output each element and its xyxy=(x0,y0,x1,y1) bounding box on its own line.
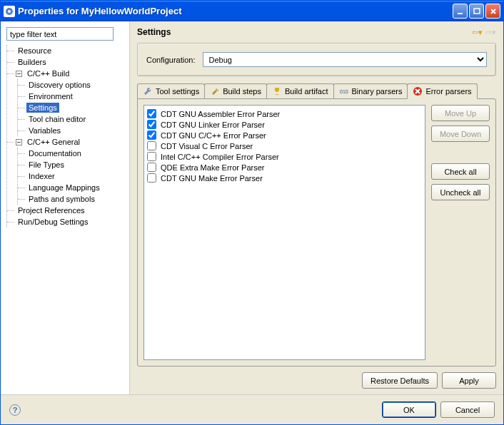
tree-label[interactable]: Tool chain editor xyxy=(26,114,88,124)
tree-item[interactable]: Language Mappings xyxy=(24,182,124,193)
tree-item[interactable]: Run/Debug Settings xyxy=(13,216,124,227)
forward-arrow-icon[interactable]: ⇨▾ xyxy=(485,28,496,37)
tree-label[interactable]: Resource xyxy=(16,46,54,56)
tree-label[interactable]: Variables xyxy=(26,126,63,135)
tree-item[interactable]: Settings xyxy=(24,102,124,113)
uncheck-all-button[interactable]: Uncheck all xyxy=(431,184,490,200)
error-icon xyxy=(413,86,423,96)
tree-item[interactable]: Paths and symbols xyxy=(24,193,124,205)
tree-label[interactable]: Run/Debug Settings xyxy=(16,217,90,227)
parser-checkbox[interactable] xyxy=(147,173,156,183)
window-title: Properties for MyHellowWorldProject xyxy=(18,6,453,16)
filter-input[interactable] xyxy=(6,27,114,41)
parser-item[interactable]: CDT Visual C Error Parser xyxy=(147,140,422,151)
tree-label[interactable]: Project References xyxy=(16,205,87,215)
parser-label: CDT GNU Assembler Error Parser xyxy=(161,110,280,118)
footer: ? OK Cancel xyxy=(1,394,503,424)
svg-rect-2 xyxy=(458,13,463,14)
parser-label: CDT GNU C/C++ Error Parser xyxy=(161,131,266,140)
tab-tool-settings[interactable]: Tool settings xyxy=(137,83,205,98)
tree-item[interactable]: Indexer xyxy=(24,170,124,182)
maximize-button[interactable] xyxy=(469,4,484,19)
parser-checkbox[interactable] xyxy=(147,109,156,118)
parser-checkbox[interactable] xyxy=(147,141,156,150)
parser-label: CDT GNU Make Error Parser xyxy=(161,174,263,183)
page-title: Settings xyxy=(137,27,472,37)
tree-item[interactable]: Resource xyxy=(13,45,124,56)
tab-label: Build steps xyxy=(223,87,261,96)
tree-item[interactable]: Discovery options xyxy=(24,79,124,91)
nav-tree: ResourceBuilders−C/C++ BuildDiscovery op… xyxy=(6,45,124,227)
parser-list[interactable]: CDT GNU Assembler Error ParserCDT GNU Li… xyxy=(143,105,425,360)
parser-checkbox[interactable] xyxy=(147,120,156,129)
ok-button[interactable]: OK xyxy=(382,401,436,418)
tab-label: Build artifact xyxy=(285,87,328,96)
tree-label[interactable]: Builders xyxy=(16,57,49,67)
tab-build-steps[interactable]: Build steps xyxy=(204,83,267,98)
tree-item[interactable]: −C/C++ General xyxy=(13,136,124,148)
tree-item[interactable]: Documentation xyxy=(24,148,124,159)
parser-item[interactable]: CDT GNU Linker Error Parser xyxy=(147,119,422,130)
cancel-button[interactable]: Cancel xyxy=(440,401,495,418)
svg-text:010: 010 xyxy=(340,89,348,94)
config-select[interactable]: Debug xyxy=(203,52,488,67)
tab-build-artifact[interactable]: Build artifact xyxy=(266,83,334,98)
tab-binary-parsers[interactable]: 010Binary parsers xyxy=(333,83,408,98)
tree-label[interactable]: C/C++ Build xyxy=(25,68,71,78)
restore-defaults-button[interactable]: Restore Defaults xyxy=(362,372,438,389)
nav-arrows: ⇦▾ ⇨▾ xyxy=(472,28,496,37)
tree-item[interactable]: File Types xyxy=(24,159,124,170)
config-box: Configuration: Debug xyxy=(137,43,496,76)
move-up-button[interactable]: Move Up xyxy=(431,105,490,121)
minimize-button[interactable] xyxy=(453,4,468,19)
move-down-button[interactable]: Move Down xyxy=(431,126,490,142)
tree-label[interactable]: Settings xyxy=(26,103,59,113)
parser-label: CDT GNU Linker Error Parser xyxy=(161,121,265,129)
binary-icon: 010 xyxy=(339,86,349,96)
tree-label[interactable]: Environment xyxy=(26,91,75,101)
check-all-button[interactable]: Check all xyxy=(431,163,490,180)
app-icon xyxy=(4,6,15,17)
tree-item[interactable]: Variables xyxy=(24,125,124,136)
parser-label: CDT Visual C Error Parser xyxy=(161,142,253,150)
tab-error-parsers-body: CDT GNU Assembler Error ParserCDT GNU Li… xyxy=(137,98,496,367)
tab-error-parsers[interactable]: Error parsers xyxy=(407,83,477,99)
tree-item[interactable]: −C/C++ Build xyxy=(13,68,124,79)
tree-label[interactable]: Indexer xyxy=(26,171,57,181)
wrench-icon xyxy=(143,86,153,96)
left-panel: ResourceBuilders−C/C++ BuildDiscovery op… xyxy=(1,21,129,394)
tree-item[interactable]: Builders xyxy=(13,56,124,68)
parser-checkbox[interactable] xyxy=(147,163,156,172)
parser-label: Intel C/C++ Compiler Error Parser xyxy=(161,153,279,161)
close-button[interactable] xyxy=(485,4,500,19)
tree-label[interactable]: File Types xyxy=(26,160,66,170)
help-icon[interactable]: ? xyxy=(9,404,21,416)
hammer-icon xyxy=(210,86,220,96)
tree-label[interactable]: Documentation xyxy=(26,148,84,158)
tree-item[interactable]: Tool chain editor xyxy=(24,113,124,125)
parser-label: QDE Extra Make Error Parser xyxy=(161,163,264,172)
apply-button[interactable]: Apply xyxy=(442,372,496,389)
parser-checkbox[interactable] xyxy=(147,152,156,161)
collapse-icon[interactable]: − xyxy=(16,71,22,77)
parser-item[interactable]: CDT GNU C/C++ Error Parser xyxy=(147,130,422,140)
svg-point-1 xyxy=(8,10,11,13)
back-arrow-icon[interactable]: ⇦▾ xyxy=(472,28,483,37)
tree-label[interactable]: Discovery options xyxy=(26,80,93,90)
tab-label: Binary parsers xyxy=(352,87,403,96)
collapse-icon[interactable]: − xyxy=(16,139,22,145)
tree-label[interactable]: C/C++ General xyxy=(25,137,82,147)
parser-item[interactable]: CDT GNU Assembler Error Parser xyxy=(147,108,422,119)
tree-item[interactable]: Environment xyxy=(24,91,124,102)
parser-item[interactable]: QDE Extra Make Error Parser xyxy=(147,162,422,173)
tree-label[interactable]: Language Mappings xyxy=(26,183,102,193)
titlebar[interactable]: Properties for MyHellowWorldProject xyxy=(1,1,503,21)
trophy-icon xyxy=(272,86,282,96)
window-controls xyxy=(453,4,500,19)
tree-item[interactable]: Project References xyxy=(13,205,124,216)
parser-item[interactable]: Intel C/C++ Compiler Error Parser xyxy=(147,151,422,162)
svg-rect-3 xyxy=(474,9,480,14)
tree-label[interactable]: Paths and symbols xyxy=(26,194,97,204)
parser-checkbox[interactable] xyxy=(147,130,156,140)
parser-item[interactable]: CDT GNU Make Error Parser xyxy=(147,173,422,183)
